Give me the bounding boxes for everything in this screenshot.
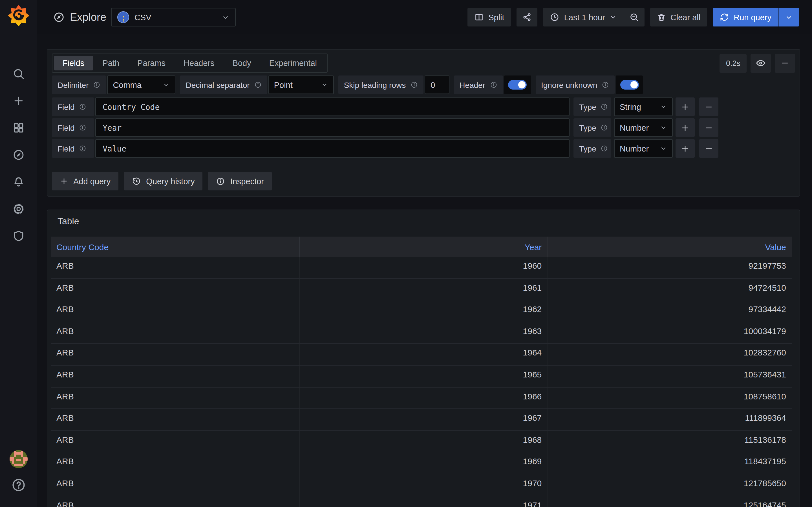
time-picker-button[interactable]: Last 1 hour	[543, 8, 624, 26]
type-label: Type	[573, 118, 611, 137]
sidebar-item-create[interactable]	[0, 87, 37, 114]
cell-value: 94724510	[548, 279, 792, 300]
tab[interactable]: Body	[224, 56, 260, 70]
tab-label: Headers	[184, 59, 214, 68]
info-icon[interactable]	[601, 103, 608, 110]
chevron-down-icon	[785, 13, 793, 21]
info-icon[interactable]	[601, 124, 608, 131]
results-table: Country Code Year Value ARB 1960 9219775…	[51, 237, 792, 507]
cell-year: 1960	[300, 257, 548, 278]
share-button[interactable]	[517, 8, 538, 26]
add-field-button[interactable]	[675, 139, 695, 158]
remove-field-button[interactable]	[699, 98, 718, 116]
field-name-value: Country Code	[103, 102, 160, 111]
info-icon[interactable]	[602, 81, 609, 89]
sidebar-item-configuration[interactable]	[0, 195, 37, 223]
cell-year: 1962	[300, 300, 548, 321]
zoom-out-button[interactable]	[624, 8, 645, 26]
tab[interactable]: Headers	[175, 56, 223, 70]
tab[interactable]: Params	[129, 56, 174, 70]
table-row: ARB 1969 118437195	[51, 453, 792, 474]
cell-text: 1968	[523, 435, 542, 445]
field-type-select[interactable]: Number	[614, 118, 673, 137]
field-name-input[interactable]: Country Code	[95, 98, 569, 116]
plus-icon	[60, 177, 68, 185]
field-type-select[interactable]: Number	[614, 139, 673, 158]
sidebar-item-admin[interactable]	[0, 223, 37, 249]
eye-icon	[756, 58, 766, 68]
delimiter-select[interactable]: Comma	[107, 75, 175, 94]
cell-country-code: ARB	[51, 279, 300, 300]
field-name-input[interactable]: Year	[95, 118, 569, 137]
datasource-picker[interactable]: ; CSV	[111, 8, 236, 26]
skip-leading-rows-input[interactable]: 0	[424, 75, 449, 94]
add-query-button[interactable]: Add query	[52, 172, 118, 190]
decimal-separator-select[interactable]: Point	[268, 75, 334, 94]
remove-query-button[interactable]	[775, 54, 795, 72]
add-field-button[interactable]	[675, 118, 695, 137]
csv-options-row: Delimiter Comma Decimal separator Point …	[52, 75, 795, 94]
label-text: Delimiter	[57, 80, 89, 89]
column-header-country-code[interactable]: Country Code	[51, 237, 300, 257]
grafana-logo[interactable]	[8, 4, 29, 27]
tab-label: Fields	[63, 59, 84, 68]
info-icon[interactable]	[79, 145, 87, 152]
remove-field-button[interactable]	[699, 139, 718, 158]
info-icon[interactable]	[254, 81, 262, 89]
time-picker-group: Last 1 hour	[543, 8, 645, 26]
cell-country-code: ARB	[51, 453, 300, 474]
tab[interactable]: Fields	[54, 56, 93, 70]
cell-year: 1965	[300, 365, 548, 387]
split-button[interactable]: Split	[467, 8, 511, 26]
clear-all-button[interactable]: Clear all	[650, 8, 707, 26]
header-toggle[interactable]	[504, 75, 531, 94]
cell-text: ARB	[56, 283, 74, 292]
info-icon[interactable]	[490, 81, 497, 89]
share-icon	[522, 12, 532, 22]
tab[interactable]: Path	[94, 56, 128, 70]
column-header-value[interactable]: Value	[548, 237, 792, 257]
user-avatar[interactable]	[9, 450, 28, 468]
page-title: Explore	[70, 11, 106, 23]
field-type-select[interactable]: String	[614, 98, 673, 116]
minus-icon	[704, 102, 713, 111]
cell-text: ARB	[56, 435, 74, 445]
history-icon	[132, 177, 141, 186]
cell-text: 1966	[523, 391, 542, 401]
info-icon[interactable]	[410, 81, 417, 89]
table-row: ARB 1964 102832760	[51, 344, 792, 365]
sidebar-item-explore[interactable]	[0, 142, 37, 168]
run-query-button[interactable]: Run query	[713, 8, 778, 26]
sidebar-item-dashboards[interactable]	[0, 114, 37, 142]
panel-header[interactable]: Table	[47, 210, 800, 232]
query-tabs-row: Fields Path Params Headers	[52, 54, 795, 73]
sidebar-item-search[interactable]	[0, 60, 37, 87]
info-icon[interactable]	[93, 81, 100, 89]
run-query-dropdown-button[interactable]	[778, 8, 799, 26]
remove-field-button[interactable]	[699, 118, 718, 137]
skip-leading-rows-label: Skip leading rows	[338, 75, 423, 94]
compass-icon	[12, 149, 24, 161]
sidebar-item-alerting[interactable]	[0, 168, 37, 195]
input-value: 0	[430, 80, 435, 89]
column-header-year[interactable]: Year	[300, 237, 548, 257]
tab[interactable]: Experimental	[261, 56, 325, 70]
hide-response-button[interactable]	[751, 54, 771, 72]
chevron-down-icon	[660, 103, 667, 110]
select-value: Number	[620, 123, 649, 132]
table-row: ARB 1966 108758610	[51, 387, 792, 409]
inspector-button[interactable]: Inspector	[208, 172, 272, 190]
field-row: Field Country Code Type String	[52, 98, 795, 116]
cell-value: 100034179	[548, 322, 792, 343]
info-icon[interactable]	[79, 124, 87, 131]
info-icon[interactable]	[601, 145, 608, 152]
query-history-button[interactable]: Query history	[124, 172, 202, 190]
label-text: Decimal separator	[186, 80, 250, 89]
field-name-input[interactable]: Value	[95, 139, 569, 158]
sidebar-item-help[interactable]	[11, 478, 26, 492]
info-icon[interactable]	[79, 103, 87, 110]
cell-text: 1963	[523, 326, 542, 336]
ignore-unknown-toggle[interactable]	[616, 75, 643, 94]
add-field-button[interactable]	[675, 98, 695, 116]
cell-text: ARB	[56, 370, 74, 379]
